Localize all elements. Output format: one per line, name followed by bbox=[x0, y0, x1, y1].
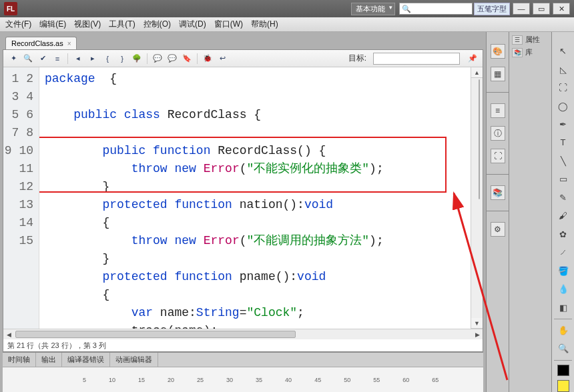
collapse-icon[interactable]: ◂ bbox=[72, 53, 84, 65]
brush-tool-icon[interactable]: 🖌 bbox=[556, 209, 571, 223]
workspace-dropdown[interactable]: 基本功能 bbox=[351, 3, 395, 15]
search-icon: 🔍 bbox=[402, 5, 411, 13]
menu-view[interactable]: 视图(V) bbox=[74, 19, 101, 30]
rect-tool-icon[interactable]: ▭ bbox=[556, 172, 571, 186]
format-icon[interactable]: ≡ bbox=[51, 53, 63, 65]
tab-output[interactable]: 输出 bbox=[36, 353, 62, 367]
scroll-right-icon[interactable]: ▶ bbox=[472, 329, 483, 339]
icon-column-a: 🎨 ▦ ≡ ⓘ ⛶ 📚 ⚙ bbox=[487, 32, 509, 392]
menu-edit[interactable]: 编辑(E) bbox=[39, 19, 66, 30]
menu-bar: 文件(F) 编辑(E) 视图(V) 工具(T) 控制(O) 调试(D) 窗口(W… bbox=[0, 17, 574, 32]
close-button[interactable]: ✕ bbox=[553, 3, 570, 15]
tools-column: ↖ ◺ ⛶ ◯ ✒ T ╲ ▭ ✎ 🖌 ✿ ⟋ 🪣 💧 ◧ ✋ 🔍 bbox=[551, 32, 574, 392]
pin-icon[interactable]: 📌 bbox=[467, 53, 479, 65]
minimize-button[interactable]: — bbox=[513, 3, 530, 15]
maximize-button[interactable]: ▭ bbox=[533, 3, 550, 15]
library-panel-tab[interactable]: 📚库 bbox=[512, 47, 549, 57]
menu-window[interactable]: 窗口(W) bbox=[214, 19, 243, 30]
menu-file[interactable]: 文件(F) bbox=[5, 19, 31, 30]
scroll-up-icon[interactable]: ▲ bbox=[471, 67, 483, 78]
bottom-panel: 时间轴 输出 编译器错误 动画编辑器 510152025303540455055… bbox=[3, 352, 483, 392]
pen-tool-icon[interactable]: ✒ bbox=[556, 117, 571, 131]
tab-motion-editor[interactable]: 动画编辑器 bbox=[110, 353, 158, 367]
line-numbers: 1 2 3 4 5 6 7 8 9 10 11 12 13 14 15 bbox=[3, 67, 39, 329]
brace-right-icon[interactable]: } bbox=[116, 53, 128, 65]
add-icon[interactable]: ✦ bbox=[7, 53, 19, 65]
right-dock: 🎨 ▦ ≡ ⓘ ⛶ 📚 ⚙ ☰属性 📚库 ↖ ◺ ⛶ ◯ ✒ T ╲ ▭ ✎ 🖌 bbox=[486, 32, 574, 392]
eraser-tool-icon[interactable]: ◧ bbox=[556, 300, 571, 314]
tab-timeline[interactable]: 时间轴 bbox=[3, 353, 36, 367]
zoom-tool-icon[interactable]: 🔍 bbox=[556, 341, 571, 355]
selection-tool-icon[interactable]: ↖ bbox=[556, 44, 571, 58]
check-icon[interactable]: ✔ bbox=[37, 53, 49, 65]
align-icon[interactable]: ≡ bbox=[491, 103, 505, 118]
hand-tool-icon[interactable]: ✋ bbox=[556, 323, 571, 337]
menu-tools[interactable]: 工具(T) bbox=[109, 19, 135, 30]
bone-tool-icon[interactable]: ⟋ bbox=[556, 245, 571, 259]
uncomment-icon[interactable]: 💬 bbox=[166, 53, 178, 65]
tab-close-icon[interactable]: × bbox=[67, 40, 71, 47]
find-icon[interactable]: 🔍 bbox=[22, 53, 34, 65]
panel-labels: ☰属性 📚库 bbox=[509, 32, 551, 392]
wrap-icon[interactable]: ↩ bbox=[216, 53, 228, 65]
swatches-icon[interactable]: 🎨 bbox=[491, 44, 505, 59]
tab-recordclass[interactable]: RecordClass.as × bbox=[5, 37, 77, 49]
expand-icon[interactable]: ▸ bbox=[87, 53, 99, 65]
menu-control[interactable]: 控制(O) bbox=[144, 19, 171, 30]
scroll-down-icon[interactable]: ▼ bbox=[471, 318, 483, 329]
components-icon[interactable]: ⚙ bbox=[491, 222, 505, 237]
document-tabs: RecordClass.as × bbox=[3, 35, 486, 49]
stroke-swatch[interactable] bbox=[557, 365, 569, 377]
eyedrop-tool-icon[interactable]: 💧 bbox=[556, 282, 571, 296]
menu-debug[interactable]: 调试(D) bbox=[179, 19, 206, 30]
vertical-scrollbar[interactable]: ▲ ▼ bbox=[471, 67, 483, 329]
horizontal-scrollbar[interactable]: ◀ ▶ bbox=[3, 329, 483, 339]
text-tool-icon[interactable]: T bbox=[556, 135, 571, 149]
pencil-tool-icon[interactable]: ✎ bbox=[556, 191, 571, 205]
fill-swatch[interactable] bbox=[557, 380, 569, 392]
ime-indicator[interactable]: 五笔字型 bbox=[474, 3, 510, 15]
status-bar: 第 21 行（共 23 行），第 3 列 bbox=[3, 339, 483, 351]
editor-toolbar: ✦ 🔍 ✔ ≡ ◂ ▸ { } 🌳 💬 💬 🔖 🐞 ↩ 目标: 📌 bbox=[3, 50, 483, 67]
title-bar: FL 基本功能 🔍 五笔字型 — ▭ ✕ bbox=[0, 0, 574, 17]
code-editor: ✦ 🔍 ✔ ≡ ◂ ▸ { } 🌳 💬 💬 🔖 🐞 ↩ 目标: 📌 bbox=[3, 49, 483, 352]
target-dropdown[interactable] bbox=[373, 53, 460, 65]
tab-compiler-errors[interactable]: 编译器错误 bbox=[62, 353, 110, 367]
lasso-tool-icon[interactable]: ◯ bbox=[556, 99, 571, 113]
scroll-left-icon[interactable]: ◀ bbox=[3, 329, 14, 339]
deco-tool-icon[interactable]: ✿ bbox=[556, 227, 571, 241]
bookmark-icon[interactable]: 🔖 bbox=[181, 53, 193, 65]
library-icon[interactable]: 📚 bbox=[491, 185, 505, 200]
line-tool-icon[interactable]: ╲ bbox=[556, 154, 571, 168]
brace-left-icon[interactable]: { bbox=[101, 53, 113, 65]
transform-tool-icon[interactable]: ⛶ bbox=[556, 81, 571, 95]
grid-icon[interactable]: ▦ bbox=[491, 67, 505, 81]
subselect-tool-icon[interactable]: ◺ bbox=[556, 62, 571, 76]
debug-icon[interactable]: 🐞 bbox=[202, 53, 214, 65]
search-box[interactable]: 🔍 bbox=[399, 3, 473, 15]
info-icon[interactable]: ⓘ bbox=[491, 126, 505, 141]
target-label: 目标: bbox=[348, 53, 366, 64]
timeline-ruler[interactable]: 5101520253035404550556065 bbox=[3, 367, 483, 392]
tab-label: RecordClass.as bbox=[11, 39, 63, 47]
properties-panel-tab[interactable]: ☰属性 bbox=[512, 35, 549, 45]
transform-icon[interactable]: ⛶ bbox=[491, 149, 505, 163]
app-logo: FL bbox=[4, 2, 17, 15]
bucket-tool-icon[interactable]: 🪣 bbox=[556, 263, 571, 277]
code-content[interactable]: package { public class RecordClass { pub… bbox=[39, 67, 471, 329]
menu-help[interactable]: 帮助(H) bbox=[251, 19, 278, 30]
comment-icon[interactable]: 💬 bbox=[152, 53, 164, 65]
tree-icon[interactable]: 🌳 bbox=[131, 53, 143, 65]
